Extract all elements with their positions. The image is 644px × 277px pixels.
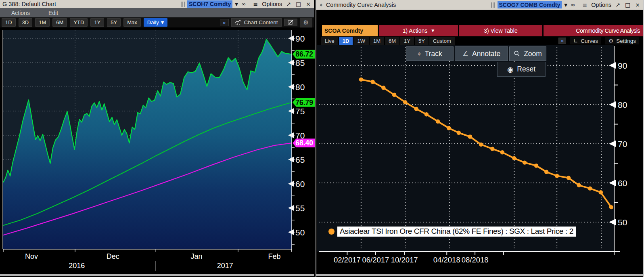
collapse-icon[interactable]: « <box>558 38 566 44</box>
chevron-down-icon: ▼ <box>431 29 434 33</box>
tab-5y[interactable]: 5Y <box>415 37 429 45</box>
tab-1m[interactable]: 1M <box>370 37 384 45</box>
right-bottom-strip[interactable] <box>316 274 643 276</box>
grip-handle[interactable] <box>181 2 185 7</box>
plot-background <box>317 45 614 252</box>
y-tick-arrow-icon <box>288 132 294 138</box>
frequency-dropdown[interactable]: Daily ▼ <box>144 18 168 27</box>
window-controls: ≡ Options ↗ □ × <box>253 1 312 7</box>
legend-marker-icon <box>328 229 335 235</box>
period-button-3d[interactable]: 3D <box>19 18 33 27</box>
left-titlebar: G 388: Default Chart SCOH7 Comdty ▼ ∞ ≡ … <box>0 0 314 8</box>
options-button[interactable]: Options <box>262 1 282 7</box>
maximize-icon[interactable]: □ <box>624 2 631 8</box>
annotate-chart-button[interactable] <box>284 19 297 26</box>
y-tick-arrow-icon <box>609 141 616 147</box>
track-button[interactable]: ⌖ Track <box>406 46 454 61</box>
annotate-button[interactable]: ∠ Annotate <box>455 46 508 61</box>
legend-label: Asiaclear TSI Iron Ore CFR China (62% FE… <box>337 227 576 237</box>
tab-live[interactable]: Live <box>321 37 338 45</box>
grip-handle[interactable] <box>491 2 495 8</box>
y-axis-label: 50 <box>295 228 305 237</box>
x-axis-label: 04/2018 <box>433 256 460 264</box>
curves-label: Curves <box>581 38 598 44</box>
range-tabs: Live1D1W1M6M1Y5YCustom <box>321 37 455 45</box>
tab-1d[interactable]: 1D <box>339 37 353 45</box>
price-chart-canvas[interactable]: 908580757065605550NovDecJanFeb20162017 <box>0 0 314 277</box>
magnifier-icon <box>514 50 520 57</box>
options-button[interactable]: Options <box>591 2 611 8</box>
curve-point <box>436 120 440 124</box>
curves-button[interactable]: ∟ Curves <box>570 37 601 44</box>
plot-background <box>3 30 292 249</box>
x-axis-year-label: 2016 <box>69 262 85 270</box>
curve-point <box>490 147 494 151</box>
gear-icon: ⚙ <box>303 19 309 26</box>
x-axis-month-label: Nov <box>25 252 38 260</box>
y-axis-label: 60 <box>295 179 305 189</box>
tab-1y[interactable]: 1Y <box>400 37 414 45</box>
curve-point <box>512 156 516 160</box>
x-axis-month-label: Feb <box>268 252 281 260</box>
right-titlebar: ⌖ Commodity Curve Analysis SCOG7 COMB Co… <box>316 0 643 10</box>
settings-button[interactable]: ⚙ Settings <box>605 37 639 44</box>
popout-icon[interactable]: ↗ <box>615 2 621 8</box>
ticker-field[interactable]: SCOG7 COMB Comdty <box>498 1 562 8</box>
y-axis-label: 90 <box>295 34 305 43</box>
period-button-1y[interactable]: 1Y <box>90 18 104 27</box>
ticker-field[interactable]: SCOH7 Comdty <box>187 0 232 8</box>
tab-6m[interactable]: 6M <box>385 37 399 45</box>
track-label: Track <box>425 50 442 58</box>
chart-settings-button[interactable]: ⚙ <box>300 18 312 27</box>
zoom-button[interactable]: Zoom <box>509 46 546 61</box>
maximize-icon[interactable]: □ <box>295 1 302 7</box>
curve-point <box>599 190 603 194</box>
popout-icon[interactable]: ↗ <box>285 1 292 7</box>
curve-point <box>479 143 483 147</box>
menu-icon[interactable]: ≡ <box>253 1 259 7</box>
period-button-max[interactable]: Max <box>123 18 141 27</box>
collapse-icon[interactable]: « <box>220 19 229 26</box>
menu-item-edit[interactable]: Edit <box>48 10 58 16</box>
last-price-badge: 76.79 <box>293 98 315 107</box>
actions-menu-button[interactable]: 1) Actions ▼ <box>379 25 458 36</box>
view-table-button[interactable]: 3) View Table <box>459 25 542 36</box>
settings-label: Settings <box>616 38 636 44</box>
period-button-1m[interactable]: 1M <box>35 18 50 27</box>
gear-icon: ⚙ <box>608 38 613 44</box>
x-axis-label: 10/2017 <box>391 256 418 264</box>
left-bottom-strip[interactable] <box>0 274 314 276</box>
y-axis-label: 60 <box>618 178 627 188</box>
ticker-dropdown-icon[interactable]: ▼ <box>235 2 238 6</box>
tabs-right-cluster: « ∟ Curves ⚙ Settings <box>558 37 643 44</box>
period-button-6m[interactable]: 6M <box>52 18 67 27</box>
chart-content-button[interactable]: Chart Content <box>231 18 282 27</box>
close-icon[interactable]: × <box>305 1 312 7</box>
period-button-1d[interactable]: 1D <box>2 18 16 27</box>
tab-1w[interactable]: 1W <box>353 37 369 45</box>
zoom-label: Zoom <box>524 50 542 58</box>
period-button-5y[interactable]: 5Y <box>107 18 121 27</box>
move-icon[interactable]: ⌖ <box>319 2 324 8</box>
menu-icon[interactable]: ≡ <box>582 2 588 8</box>
link-icon[interactable]: ∞ <box>570 2 576 8</box>
ticker-dropdown-icon[interactable]: ▼ <box>564 3 567 7</box>
pencil-icon <box>288 20 294 25</box>
tab-custom[interactable]: Custom <box>429 37 455 45</box>
reset-icon: ◉ <box>507 65 513 73</box>
series-legend[interactable]: Asiaclear TSI Iron Ore CFR China (62% FE… <box>328 227 576 237</box>
close-icon[interactable]: × <box>634 2 641 8</box>
link-icon[interactable]: ∞ <box>240 1 247 7</box>
price-line <box>3 39 292 182</box>
reset-button[interactable]: ◉ Reset <box>497 62 546 77</box>
period-button-ytd[interactable]: YTD <box>70 18 88 27</box>
toolbar-right: « Chart Content ⚙ <box>220 18 312 27</box>
security-field[interactable]: SCOA Comdty <box>322 25 378 36</box>
last-price-badge: 86.72 <box>293 50 315 59</box>
y-tick-arrow-icon <box>288 108 294 114</box>
menu-item-actions[interactable]: Actions <box>11 10 30 16</box>
curve-point <box>371 80 375 84</box>
y-axis-label: 65 <box>295 155 305 164</box>
bloomberg-workspace: 908580757065605550NovDecJanFeb20162017 G… <box>0 0 644 277</box>
y-tick-arrow-icon <box>288 157 294 162</box>
